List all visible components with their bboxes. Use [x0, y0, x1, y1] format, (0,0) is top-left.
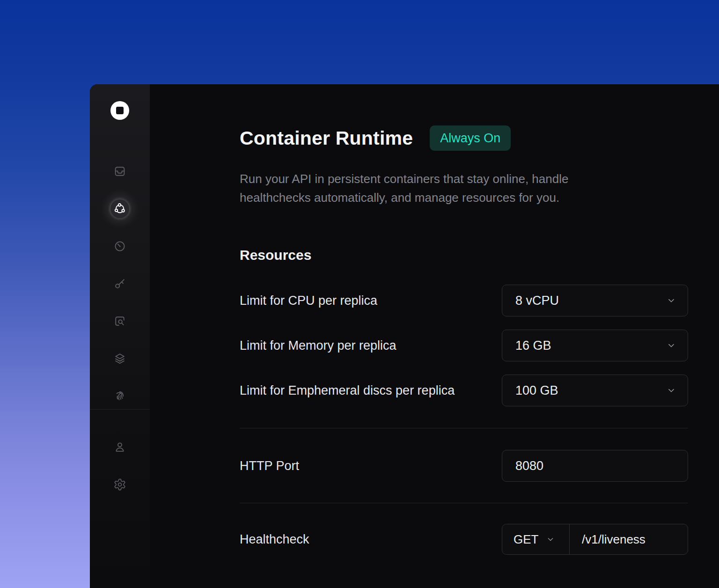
cpu-limit-value: 8 vCPU	[515, 294, 666, 308]
healthcheck-control: GET	[502, 524, 688, 555]
disc-limit-value: 100 GB	[515, 383, 666, 398]
page-description: Run your API in persistent containers th…	[240, 169, 616, 207]
chevron-down-icon	[666, 295, 676, 306]
healthcheck-path-input[interactable]	[582, 524, 688, 554]
disc-limit-row: Limit for Emphemeral discs per replica 1…	[240, 375, 688, 406]
disc-limit-label: Limit for Emphemeral discs per replica	[240, 383, 502, 398]
app-logo[interactable]	[110, 101, 129, 120]
sidebar-item-identity[interactable]	[110, 387, 129, 405]
sidebar-item-account[interactable]	[110, 438, 129, 456]
user-icon	[113, 441, 126, 454]
sidebar-item-keys[interactable]	[110, 274, 129, 293]
cpu-limit-row: Limit for CPU per replica 8 vCPU	[240, 285, 688, 316]
cpu-limit-select[interactable]: 8 vCPU	[502, 285, 688, 316]
http-port-label: HTTP Port	[240, 459, 502, 473]
memory-limit-select[interactable]: 16 GB	[502, 330, 688, 361]
chevron-down-icon	[666, 385, 676, 396]
page-header: Container Runtime Always On	[240, 125, 688, 151]
status-badge: Always On	[430, 125, 511, 151]
settings-icon	[113, 478, 126, 491]
sidebar-item-settings[interactable]	[110, 475, 129, 494]
memory-limit-label: Limit for Memory per replica	[240, 338, 502, 353]
sidebar	[90, 84, 150, 588]
layers-icon	[113, 352, 126, 365]
sidebar-item-inbox[interactable]	[110, 162, 129, 181]
page-title: Container Runtime	[240, 126, 413, 150]
http-port-input[interactable]	[515, 450, 676, 481]
inbox-icon	[113, 165, 126, 178]
file-search-icon	[113, 315, 126, 328]
fingerprint-icon	[113, 390, 126, 403]
logo-square-icon	[116, 107, 124, 114]
healthcheck-path-field	[570, 524, 688, 554]
sidebar-item-logs-search[interactable]	[110, 312, 129, 331]
app-window: Container Runtime Always On Run your API…	[90, 84, 719, 588]
chevron-down-icon	[666, 340, 676, 351]
sidebar-item-container-runtime[interactable]	[110, 199, 129, 218]
http-port-row: HTTP Port	[240, 450, 688, 482]
chevron-down-icon	[546, 535, 555, 544]
containers-icon	[113, 202, 126, 215]
sidebar-nav	[110, 162, 129, 405]
memory-limit-row: Limit for Memory per replica 16 GB	[240, 330, 688, 361]
resources-rows: Limit for CPU per replica 8 vCPU Limit f…	[240, 285, 688, 406]
cpu-limit-label: Limit for CPU per replica	[240, 294, 502, 308]
sidebar-item-timer[interactable]	[110, 237, 129, 256]
healthcheck-row: Healthcheck GET	[240, 524, 688, 555]
memory-limit-value: 16 GB	[515, 338, 666, 353]
sidebar-footer-nav	[90, 409, 150, 494]
key-icon	[113, 277, 126, 290]
healthcheck-method-value: GET	[514, 532, 538, 547]
section-divider	[240, 503, 688, 503]
healthcheck-method-select[interactable]: GET	[502, 524, 570, 554]
timer-icon	[113, 240, 126, 253]
sidebar-item-layers[interactable]	[110, 349, 129, 368]
disc-limit-select[interactable]: 100 GB	[502, 375, 688, 406]
main-content: Container Runtime Always On Run your API…	[150, 84, 719, 588]
http-port-field	[502, 450, 688, 482]
resources-heading: Resources	[240, 246, 688, 264]
healthcheck-label: Healthcheck	[240, 532, 502, 547]
section-divider	[240, 428, 688, 428]
